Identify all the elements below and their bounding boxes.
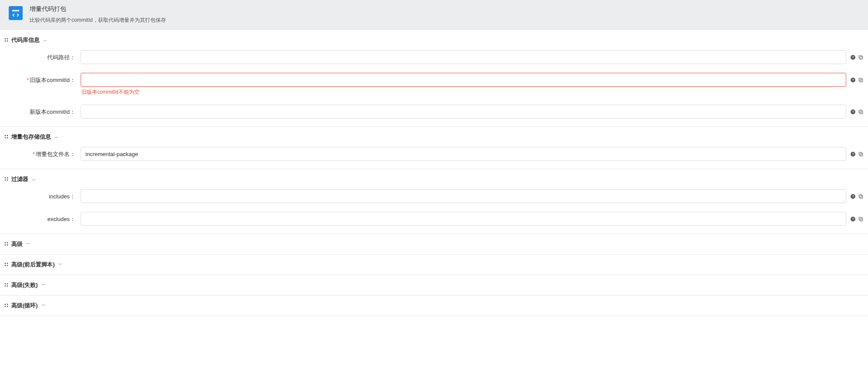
svg-rect-8	[859, 55, 862, 58]
svg-rect-0	[12, 10, 20, 12]
svg-point-27	[5, 180, 6, 181]
svg-point-48	[7, 286, 8, 287]
svg-point-18	[7, 135, 8, 136]
grip-icon	[4, 177, 9, 181]
chevron-down-icon: ﹀	[26, 241, 31, 247]
old-commit-input[interactable]	[81, 73, 846, 87]
svg-text:?: ?	[852, 217, 854, 221]
svg-point-43	[5, 265, 6, 266]
section-advanced-fail-title: 高级(失败)	[11, 281, 38, 289]
svg-point-51	[5, 306, 6, 307]
svg-point-41	[5, 263, 6, 264]
svg-point-19	[5, 137, 6, 139]
section-storage-header[interactable]: 增量包存储信息 ︿	[0, 127, 868, 147]
svg-point-20	[7, 137, 8, 139]
svg-rect-24	[859, 152, 862, 155]
help-icon[interactable]: ?	[850, 109, 856, 115]
svg-point-2	[7, 38, 8, 40]
section-filter-header[interactable]: 过滤器 ︿	[0, 169, 868, 189]
old-commit-error: 旧版本commitId不能为空	[81, 88, 864, 96]
section-advanced: 高级 ﹀	[0, 234, 868, 255]
svg-text:?: ?	[852, 110, 854, 114]
svg-point-25	[5, 177, 6, 179]
grip-icon	[4, 135, 9, 139]
page-title: 增量代码打包	[30, 5, 166, 13]
field-package-name: *增量包文件名： ?	[4, 147, 864, 161]
svg-rect-31	[860, 195, 863, 198]
page-header: 增量代码打包 比较代码库的两个commitId，获取代码增量并为其打包保存	[0, 0, 868, 30]
help-icon[interactable]: ?	[850, 77, 856, 83]
section-filter: 过滤器 ︿ includes： ?	[0, 169, 868, 234]
copy-icon[interactable]	[858, 109, 864, 115]
section-storage-title: 增量包存储信息	[11, 133, 51, 141]
svg-text:?: ?	[852, 55, 854, 59]
svg-rect-36	[859, 217, 862, 220]
includes-input[interactable]	[81, 189, 846, 203]
svg-rect-15	[860, 111, 863, 114]
svg-text:?: ?	[852, 78, 854, 82]
new-commit-label: 新版本commitId：	[4, 105, 81, 116]
svg-point-3	[5, 41, 6, 42]
chevron-down-icon: ﹀	[58, 262, 63, 268]
chevron-down-icon: ﹀	[41, 303, 46, 309]
grip-icon	[4, 242, 9, 246]
svg-point-47	[5, 286, 6, 287]
svg-rect-16	[859, 110, 862, 112]
copy-icon[interactable]	[858, 77, 864, 83]
new-commit-input[interactable]	[81, 105, 846, 119]
svg-point-45	[5, 283, 6, 285]
help-icon[interactable]: ?	[850, 216, 856, 222]
chevron-up-icon: ︿	[43, 37, 47, 43]
package-name-input[interactable]	[81, 147, 846, 161]
svg-point-28	[7, 180, 8, 181]
grip-icon	[4, 303, 9, 308]
code-path-label: 代码路径：	[4, 50, 81, 61]
section-repo-title: 代码库信息	[11, 36, 40, 44]
old-commit-label: *旧版本commitId：	[4, 73, 81, 84]
excludes-input[interactable]	[81, 212, 846, 226]
copy-icon[interactable]	[858, 216, 864, 222]
svg-point-50	[7, 304, 8, 305]
section-advanced-loop-title: 高级(循环)	[11, 302, 38, 310]
svg-point-44	[7, 265, 8, 266]
svg-point-52	[7, 306, 8, 307]
section-advanced-scripts: 高级(前后置脚本) ﹀	[0, 255, 868, 275]
section-storage: 增量包存储信息 ︿ *增量包文件名： ?	[0, 127, 868, 169]
svg-rect-35	[860, 218, 863, 221]
chevron-up-icon: ︿	[54, 134, 59, 140]
field-excludes: excludes： ?	[4, 212, 864, 226]
code-package-icon	[9, 6, 23, 20]
grip-icon	[4, 262, 9, 267]
section-advanced-scripts-header[interactable]: 高级(前后置脚本) ﹀	[0, 255, 868, 275]
section-advanced-fail-header[interactable]: 高级(失败) ﹀	[0, 275, 868, 295]
copy-icon[interactable]	[858, 193, 864, 199]
svg-point-1	[5, 38, 6, 40]
field-old-commit: *旧版本commitId： ? 旧版本commitId不能为空	[4, 73, 864, 96]
svg-point-38	[7, 242, 8, 244]
code-path-input[interactable]	[81, 50, 846, 64]
chevron-up-icon: ︿	[32, 176, 36, 182]
section-repo: 代码库信息 ︿ 代码路径： ?	[0, 30, 868, 127]
help-icon[interactable]: ?	[850, 193, 856, 199]
section-advanced-title: 高级	[11, 240, 23, 248]
field-code-path: 代码路径： ?	[4, 50, 864, 64]
svg-rect-23	[860, 153, 863, 156]
section-advanced-loop-header[interactable]: 高级(循环) ﹀	[0, 296, 868, 316]
copy-icon[interactable]	[858, 54, 864, 60]
field-includes: includes： ?	[4, 189, 864, 203]
includes-label: includes：	[4, 189, 81, 201]
svg-point-4	[7, 41, 8, 42]
section-repo-header[interactable]: 代码库信息 ︿	[0, 30, 868, 50]
chevron-down-icon: ﹀	[41, 282, 46, 288]
grip-icon	[4, 283, 9, 287]
section-advanced-header[interactable]: 高级 ﹀	[0, 234, 868, 254]
svg-point-26	[7, 177, 8, 179]
svg-text:?: ?	[852, 194, 854, 198]
help-icon[interactable]: ?	[850, 151, 856, 157]
svg-point-49	[5, 304, 6, 305]
svg-rect-12	[859, 78, 862, 81]
help-icon[interactable]: ?	[850, 54, 856, 60]
svg-rect-7	[860, 56, 863, 59]
copy-icon[interactable]	[858, 151, 864, 157]
package-name-label: *增量包文件名：	[4, 147, 81, 158]
